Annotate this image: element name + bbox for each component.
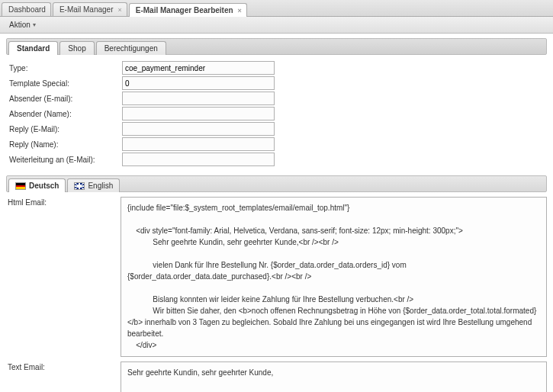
- text-email-label: Text Email:: [6, 361, 121, 392]
- tab-email-manager-label: E-Mail Manager: [59, 5, 114, 14]
- reply-name-label: Reply (Name):: [8, 140, 122, 149]
- absender-name-input[interactable]: [122, 107, 275, 120]
- tab-email-manager-edit-label: E-Mail Manager Bearbeiten: [136, 6, 233, 14]
- reply-email-input[interactable]: [122, 122, 275, 136]
- absender-email-input[interactable]: [122, 92, 275, 105]
- close-icon[interactable]: ×: [238, 7, 242, 14]
- tab-dashboard-label: Dashboard: [8, 5, 46, 14]
- weiterleitung-label: Weiterleitung an (E-Mail):: [8, 156, 122, 164]
- language-tabs: Deutsch English: [6, 175, 547, 192]
- chevron-down-icon: ▾: [33, 21, 36, 28]
- top-tabs: Dashboard E-Mail Manager × E-Mail Manage…: [0, 0, 553, 17]
- tab-lang-english[interactable]: English: [67, 178, 120, 192]
- tab-berechtigungen[interactable]: Berechtigungen: [96, 41, 166, 55]
- flag-de-icon: [15, 182, 26, 190]
- type-input[interactable]: [122, 61, 275, 75]
- template-special-label: Template Special:: [8, 79, 122, 88]
- sub-tabs: Standard Shop Berechtigungen: [6, 38, 547, 55]
- aktion-label: Aktion: [9, 21, 31, 29]
- tab-shop[interactable]: Shop: [59, 41, 94, 55]
- tab-shop-label: Shop: [68, 44, 85, 53]
- toolbar: Aktion ▾: [0, 17, 553, 34]
- close-icon[interactable]: ×: [118, 6, 122, 14]
- absender-email-label: Absender (E-mail):: [8, 95, 122, 103]
- tab-lang-english-label: English: [88, 182, 113, 190]
- tab-lang-deutsch-label: Deutsch: [29, 182, 59, 190]
- reply-name-input[interactable]: [122, 137, 275, 151]
- html-email-label: Html Email:: [6, 197, 121, 357]
- tab-standard[interactable]: Standard: [8, 41, 58, 55]
- type-label: Type:: [8, 64, 122, 72]
- tab-email-manager[interactable]: E-Mail Manager ×: [53, 2, 127, 16]
- reply-email-label: Reply (E-Mail):: [8, 125, 122, 133]
- tab-standard-label: Standard: [17, 44, 50, 53]
- tab-berechtigungen-label: Berechtigungen: [104, 44, 158, 53]
- tab-email-manager-edit[interactable]: E-Mail Manager Bearbeiten ×: [129, 3, 247, 17]
- form-area: Type: Template Special: Absender (E-mail…: [6, 58, 547, 171]
- absender-name-label: Absender (Name):: [8, 110, 122, 118]
- tab-lang-deutsch[interactable]: Deutsch: [8, 178, 66, 192]
- aktion-button[interactable]: Aktion ▾: [5, 19, 40, 31]
- text-email-editor[interactable]: Sehr geehrte Kundin, sehr geehrter Kunde…: [121, 361, 547, 392]
- weiterleitung-input[interactable]: [122, 153, 275, 166]
- html-email-editor[interactable]: {include file="file:$_system_root_templa…: [121, 197, 547, 357]
- template-special-input[interactable]: [122, 76, 275, 90]
- tab-dashboard[interactable]: Dashboard: [2, 2, 51, 16]
- flag-en-icon: [74, 182, 85, 190]
